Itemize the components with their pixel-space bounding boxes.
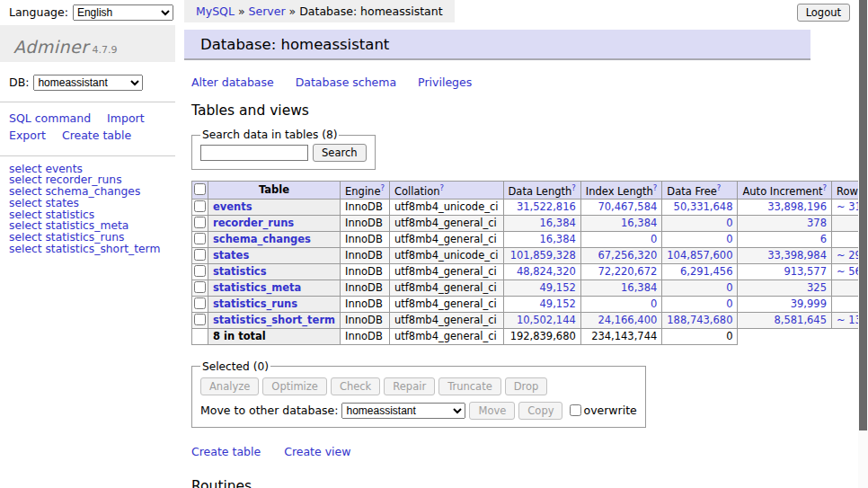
sidebar-link-create-table[interactable]: Create table <box>62 129 131 142</box>
cell-data-free: 0 <box>662 279 738 296</box>
cell-auto-increment-link[interactable]: 913,577 <box>784 265 827 278</box>
cell-index-length-link[interactable]: 70,467,584 <box>598 200 657 213</box>
hint-data-length-icon[interactable]: ? <box>571 183 576 192</box>
row-checkbox-statistics_meta[interactable] <box>194 281 206 293</box>
cell-data-free-link[interactable]: 50,331,648 <box>674 200 733 213</box>
truncate-button[interactable]: Truncate <box>438 377 501 395</box>
sidebar-select-states[interactable]: select states <box>9 198 166 209</box>
logout-button[interactable]: Logout <box>797 4 850 22</box>
table-link-schema_changes[interactable]: schema_changes <box>213 233 311 245</box>
row-checkbox-states[interactable] <box>194 249 206 261</box>
table-link-statistics_meta[interactable]: statistics_meta <box>213 281 301 294</box>
cell-data-length-link[interactable]: 49,152 <box>540 281 576 294</box>
cell-data-length-link[interactable]: 48,824,320 <box>517 265 576 278</box>
cell-auto-increment: 325 <box>738 279 832 296</box>
cell-table-name: states <box>208 247 341 263</box>
breadcrumb-server-link[interactable]: Server <box>249 4 286 18</box>
cell-auto-increment-link[interactable]: 6 <box>820 233 827 245</box>
sidebar-link-sql-command[interactable]: SQL command <box>9 111 91 125</box>
cell-index-length-link[interactable]: 24,166,400 <box>598 314 657 326</box>
db-link-alter-database[interactable]: Alter database <box>191 75 274 89</box>
cell-data-length-link[interactable]: 10,502,144 <box>517 314 576 326</box>
check-button[interactable]: Check <box>331 377 380 395</box>
sidebar-select-schema-changes[interactable]: select schema_changes <box>9 186 166 198</box>
cell-index-length-link[interactable]: 16,384 <box>621 281 657 294</box>
hint-data-free-icon[interactable]: ? <box>717 183 722 192</box>
overwrite-checkbox[interactable] <box>570 404 581 416</box>
db-link-privileges[interactable]: Privileges <box>418 75 472 89</box>
row-checkbox-events[interactable] <box>194 200 206 212</box>
hint-index-length-icon[interactable]: ? <box>653 183 658 192</box>
analyze-button[interactable]: Analyze <box>200 377 259 395</box>
hint-auto-increment-icon[interactable]: ? <box>822 183 827 192</box>
cell-auto-increment-link[interactable]: 8,581,645 <box>774 314 827 326</box>
table-link-states[interactable]: states <box>213 249 249 262</box>
column-header-collation: Collation? <box>389 182 503 200</box>
cell-index-length: 16,384 <box>580 215 662 231</box>
sidebar-select-statistics-short-term[interactable]: select statistics_short_term <box>9 244 166 255</box>
cell-index-length-link[interactable]: 72,220,672 <box>598 265 657 278</box>
cell-index-length-link[interactable]: 0 <box>651 297 657 310</box>
optimize-button[interactable]: Optimize <box>262 377 327 395</box>
row-checkbox-statistics_short_term[interactable] <box>194 314 206 325</box>
cell-index-length-link[interactable]: 16,384 <box>621 217 657 229</box>
page-title: Database: homeassistant <box>184 30 810 60</box>
cell-collation: utf8mb4_unicode_ci <box>389 199 503 215</box>
cell-data-length-link[interactable]: 101,859,328 <box>510 249 576 262</box>
cell-data-free-link[interactable]: 0 <box>726 233 732 245</box>
row-checkbox-schema_changes[interactable] <box>194 233 206 244</box>
cell-data-free-link[interactable]: 6,291,456 <box>680 265 733 278</box>
search-input[interactable] <box>200 145 308 161</box>
cell-data-free-link[interactable]: 0 <box>726 217 732 229</box>
scrollbar-thumb[interactable] <box>859 0 867 430</box>
link-create-view[interactable]: Create view <box>284 445 350 458</box>
breadcrumb-mysql-link[interactable]: MySQL <box>196 4 235 18</box>
cell-data-length-link[interactable]: 16,384 <box>540 217 576 229</box>
cell-data-free-link[interactable]: 0 <box>726 281 732 294</box>
sidebar-link-export[interactable]: Export <box>9 129 46 142</box>
table-link-events[interactable]: events <box>213 200 252 213</box>
vertical-scrollbar[interactable] <box>858 0 868 488</box>
db-select[interactable]: homeassistant <box>33 75 143 91</box>
copy-button[interactable]: Copy <box>518 402 562 420</box>
cell-auto-increment: 6 <box>738 231 832 247</box>
cell-data-length-link[interactable]: 49,152 <box>540 297 576 310</box>
row-checkbox-statistics_runs[interactable] <box>194 297 206 309</box>
repair-button[interactable]: Repair <box>384 377 435 395</box>
cell-data-length: 10,502,144 <box>503 312 580 328</box>
table-link-statistics_short_term[interactable]: statistics_short_term <box>213 314 335 326</box>
row-checkbox-recorder_runs[interactable] <box>194 217 206 228</box>
cell-auto-increment-link[interactable]: 325 <box>807 281 827 294</box>
cell-index-length: 70,467,584 <box>580 199 662 215</box>
cell-auto-increment-link[interactable]: 39,999 <box>791 297 827 310</box>
table-link-statistics[interactable]: statistics <box>213 265 267 278</box>
cell-data-free-link[interactable]: 0 <box>726 297 732 310</box>
cell-data-free-link[interactable]: 188,743,680 <box>667 314 732 326</box>
row-check-cell <box>192 215 208 231</box>
cell-auto-increment-link[interactable]: 33,898,196 <box>767 200 827 213</box>
cell-data-length-link[interactable]: 31,522,816 <box>517 200 576 213</box>
db-link-database-schema[interactable]: Database schema <box>296 75 396 89</box>
cell-auto-increment-link[interactable]: 378 <box>807 217 827 229</box>
table-link-recorder_runs[interactable]: recorder_runs <box>213 217 294 229</box>
cell-auto-increment-link[interactable]: 33,398,984 <box>767 249 827 262</box>
cell-data-length-link[interactable]: 16,384 <box>540 233 576 245</box>
search-button[interactable]: Search <box>313 144 367 162</box>
cell-data-free-link[interactable]: 104,857,600 <box>667 249 732 262</box>
row-checkbox-statistics[interactable] <box>194 265 206 277</box>
table-link-statistics_runs[interactable]: statistics_runs <box>213 297 297 310</box>
hint-collation-icon[interactable]: ? <box>440 183 445 192</box>
cell-index-length-link[interactable]: 0 <box>651 233 657 245</box>
sidebar-link-import[interactable]: Import <box>107 111 145 125</box>
move-db-select[interactable]: homeassistant <box>341 403 465 419</box>
drop-button[interactable]: Drop <box>505 377 548 395</box>
link-create-table[interactable]: Create table <box>191 445 261 458</box>
select-all-checkbox[interactable] <box>194 183 206 195</box>
hint-engine-icon[interactable]: ? <box>380 183 385 192</box>
tables-body: eventsInnoDButf8mb4_unicode_ci31,522,816… <box>192 199 868 344</box>
cell-data-length: 49,152 <box>503 279 580 296</box>
cell-engine: InnoDB <box>341 263 390 279</box>
selected-buttons-row: AnalyzeOptimizeCheckRepairTruncateDrop <box>200 377 637 395</box>
move-button[interactable]: Move <box>469 402 515 420</box>
cell-index-length-link[interactable]: 67,256,320 <box>598 249 657 262</box>
